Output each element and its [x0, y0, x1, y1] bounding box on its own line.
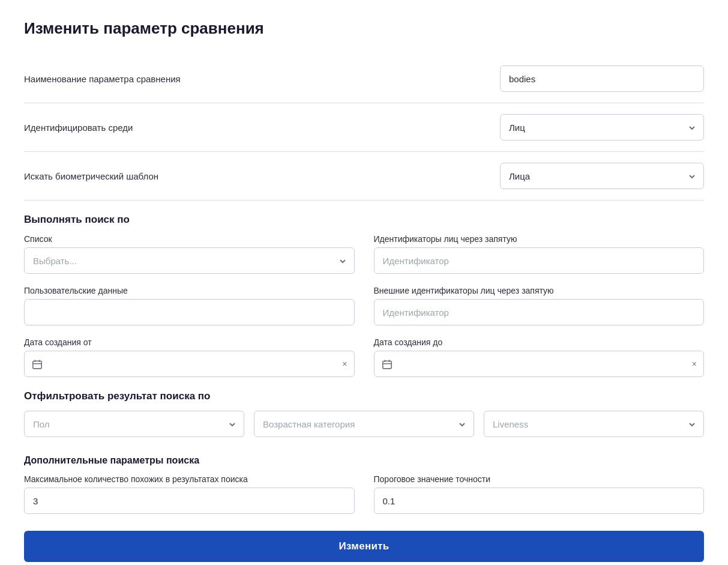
- threshold-field-label: Пороговое значение точности: [374, 474, 705, 484]
- name-input[interactable]: [500, 65, 704, 92]
- date-to-field-label: Дата создания до: [374, 337, 705, 347]
- date-to-clear-button[interactable]: ×: [692, 359, 697, 369]
- identify-select-wrapper: Лиц Тел: [500, 114, 704, 140]
- user-data-field-label: Пользовательские данные: [24, 286, 355, 295]
- gender-select-wrapper: Пол Мужской Женский: [24, 411, 244, 437]
- max-similar-input[interactable]: [24, 488, 355, 514]
- date-to-field-group: Дата создания до ×: [374, 337, 705, 377]
- list-select-wrapper: Выбрать...: [24, 247, 355, 274]
- list-field-label: Список: [24, 234, 355, 244]
- threshold-field-group: Пороговое значение точности: [374, 474, 705, 514]
- user-data-input[interactable]: [24, 299, 355, 325]
- identifiers-field-group: Идентификаторы лиц через запятую: [374, 234, 705, 274]
- biometric-field-row: Искать биометрический шаблон Лица Тела: [24, 152, 704, 201]
- page-title: Изменить параметр сравнения: [24, 19, 704, 38]
- filter-section-title: Отфильтровать результат поиска по: [24, 377, 704, 411]
- search-section-title: Выполнять поиск по: [24, 201, 704, 234]
- date-from-field-label: Дата создания от: [24, 337, 355, 347]
- additional-fields-grid: Максимальное количество похожих в резуль…: [24, 474, 704, 514]
- date-to-input[interactable]: [374, 351, 705, 377]
- search-fields-grid: Список Выбрать... Идентификаторы лиц чер…: [24, 234, 704, 377]
- identify-field-control: Лиц Тел: [312, 114, 704, 140]
- identifiers-field-label: Идентификаторы лиц через запятую: [374, 234, 705, 244]
- submit-button[interactable]: Изменить: [24, 531, 704, 562]
- external-ids-input[interactable]: [374, 299, 705, 325]
- list-field-group: Список Выбрать...: [24, 234, 355, 274]
- external-ids-field-label: Внешние идентификаторы лиц через запятую: [374, 286, 705, 295]
- form-container: Изменить параметр сравнения Наименование…: [0, 0, 728, 565]
- name-field-row: Наименование параметра сравнения: [24, 55, 704, 103]
- filter-fields-grid: Пол Мужской Женский Возрастная категория…: [24, 411, 704, 437]
- list-select[interactable]: Выбрать...: [24, 247, 355, 274]
- biometric-select-wrapper: Лица Тела: [500, 163, 704, 189]
- identify-field-label: Идентифицировать среди: [24, 122, 312, 133]
- gender-select[interactable]: Пол Мужской Женский: [24, 411, 244, 437]
- max-similar-field-label: Максимальное количество похожих в резуль…: [24, 474, 355, 484]
- date-to-wrapper: ×: [374, 351, 705, 377]
- threshold-input[interactable]: [374, 488, 705, 514]
- liveness-select[interactable]: Liveness Реальный Спуфинг: [484, 411, 704, 437]
- biometric-select[interactable]: Лица Тела: [500, 163, 704, 189]
- name-field-label: Наименование параметра сравнения: [24, 74, 312, 84]
- user-data-field-group: Пользовательские данные: [24, 286, 355, 325]
- additional-section-title: Дополнительные параметры поиска: [24, 449, 704, 474]
- biometric-field-label: Искать биометрический шаблон: [24, 171, 312, 181]
- age-select-wrapper: Возрастная категория Ребёнок Взрослый По…: [254, 411, 474, 437]
- identifiers-input[interactable]: [374, 247, 705, 274]
- date-from-field-group: Дата создания от ×: [24, 337, 355, 377]
- liveness-select-wrapper: Liveness Реальный Спуфинг: [484, 411, 704, 437]
- age-select[interactable]: Возрастная категория Ребёнок Взрослый По…: [254, 411, 474, 437]
- date-from-wrapper: ×: [24, 351, 355, 377]
- biometric-field-control: Лица Тела: [312, 163, 704, 189]
- date-from-clear-button[interactable]: ×: [342, 359, 347, 369]
- date-from-input[interactable]: [24, 351, 355, 377]
- external-ids-field-group: Внешние идентификаторы лиц через запятую: [374, 286, 705, 325]
- name-field-control: [312, 65, 704, 92]
- identify-field-row: Идентифицировать среди Лиц Тел: [24, 103, 704, 152]
- max-similar-field-group: Максимальное количество похожих в резуль…: [24, 474, 355, 514]
- identify-select[interactable]: Лиц Тел: [500, 114, 704, 140]
